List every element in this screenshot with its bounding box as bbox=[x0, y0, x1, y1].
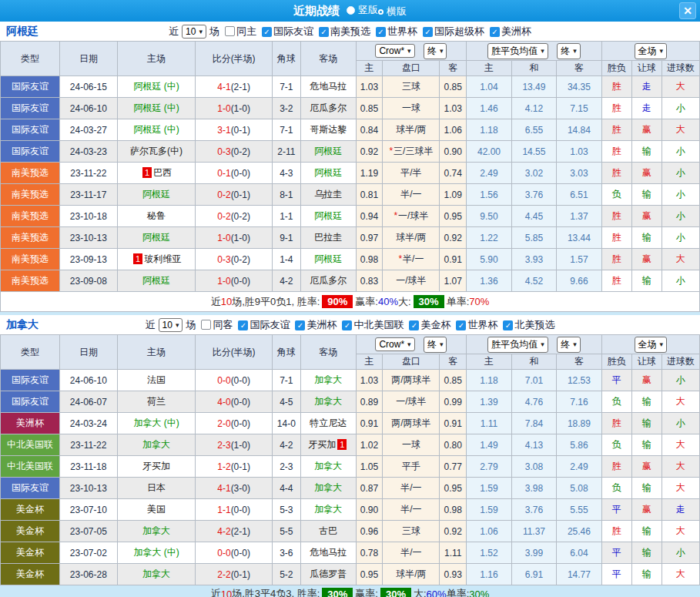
fulltime-select[interactable]: 全场▾ bbox=[635, 337, 668, 353]
summary-text: 60% bbox=[427, 589, 447, 597]
table-row: 美金杯23-06-28加拿大2-2(0-1)5-2瓜德罗普0.95球半/两0.9… bbox=[1, 564, 700, 585]
odds-cell: 0.93 bbox=[440, 564, 467, 585]
layout-radio-selected[interactable]: 竖版 bbox=[347, 3, 378, 17]
handicap-cell: 三球 bbox=[383, 76, 440, 98]
same-venue-checkbox[interactable] bbox=[201, 320, 211, 330]
avg-type-select[interactable]: 胜平负均值▾ bbox=[487, 43, 548, 59]
avg-time-select[interactable]: 终▾ bbox=[557, 337, 581, 353]
score-cell: 0-2(0-2) bbox=[196, 206, 273, 227]
competition-checkbox[interactable]: ✓ bbox=[409, 320, 419, 330]
summary-text: 场,胜3平4负3, 胜率: bbox=[232, 587, 320, 597]
competition-checkbox[interactable]: ✓ bbox=[319, 27, 329, 37]
corner-cell: 3-2 bbox=[272, 98, 300, 119]
date-cell: 23-10-13 bbox=[59, 227, 117, 249]
result-cell: 走 bbox=[661, 499, 699, 521]
result-cell: 大 bbox=[661, 76, 699, 98]
competition-checkbox[interactable]: ✓ bbox=[262, 27, 272, 37]
avg-odds-cell: 1.37 bbox=[557, 206, 602, 227]
competition-type-cell: 国际友谊 bbox=[1, 391, 60, 413]
handicap-cell: 平/半 bbox=[383, 163, 440, 184]
percentage-badge: 30% bbox=[380, 588, 411, 597]
col-date: 日期 bbox=[59, 335, 117, 370]
chevron-down-icon: ▾ bbox=[573, 47, 577, 55]
competition-checkbox[interactable]: ✓ bbox=[342, 320, 352, 330]
avg-type-select[interactable]: 胜平负均值▾ bbox=[487, 337, 548, 353]
col-home: 主场 bbox=[117, 335, 196, 370]
chevron-down-icon: ▾ bbox=[407, 47, 411, 55]
avg-odds-cell: 4.12 bbox=[511, 98, 556, 119]
result-cell: 小 bbox=[661, 542, 699, 564]
odds-source-select[interactable]: Crow*▾ bbox=[375, 44, 414, 58]
avg-odds-cell: 2.49 bbox=[557, 456, 602, 478]
result-cell: 胜 bbox=[601, 119, 631, 141]
handicap-cell: 球半/两 bbox=[383, 564, 440, 585]
team-label: 日本 bbox=[147, 482, 166, 493]
odds-cell: 0.91 bbox=[356, 413, 383, 434]
odds-cell: 0.95 bbox=[440, 478, 467, 499]
handicap-cell: *一/球半 bbox=[383, 206, 440, 227]
avg-odds-cell: 2.49 bbox=[467, 163, 511, 184]
team-label: 加拿大 (中) bbox=[133, 418, 179, 428]
team-label: 加拿大 bbox=[314, 374, 342, 385]
competition-checkbox[interactable]: ✓ bbox=[295, 320, 305, 330]
date-cell: 24-06-10 bbox=[59, 370, 117, 391]
match-count-select[interactable]: 10▾ bbox=[182, 25, 206, 39]
corner-cell: 4-2 bbox=[272, 270, 300, 292]
competition-checkbox[interactable]: ✓ bbox=[503, 320, 513, 330]
radio-icon[interactable] bbox=[347, 6, 355, 15]
competition-checkbox[interactable]: ✓ bbox=[423, 27, 433, 37]
summary-text: 单率: bbox=[447, 295, 470, 309]
competition-label: 中北美国联 bbox=[353, 319, 404, 330]
competition-type-cell: 南美预选 bbox=[1, 206, 60, 227]
competition-checkbox[interactable]: ✓ bbox=[490, 27, 500, 37]
competition-type-cell: 南美预选 bbox=[1, 227, 60, 249]
avg-odds-cell: 18.89 bbox=[557, 413, 602, 434]
odds-cell: 0.83 bbox=[356, 270, 383, 292]
avg-odds-cell: 3.03 bbox=[557, 163, 602, 184]
score-cell: 0-0(0-0) bbox=[196, 542, 273, 564]
summary-text: 30% bbox=[469, 589, 489, 597]
corner-cell: 5-2 bbox=[272, 564, 300, 585]
radio-icon[interactable] bbox=[378, 9, 383, 15]
table-row: 美金杯23-07-05加拿大4-2(2-1)5-5古巴0.96三球0.921.0… bbox=[1, 521, 700, 542]
odds-cell: 0.91 bbox=[440, 249, 467, 270]
layout-radio-option[interactable]: 横版 bbox=[378, 5, 407, 18]
fulltime-select[interactable]: 全场▾ bbox=[635, 43, 668, 59]
avg-odds-cell: 3.93 bbox=[511, 249, 556, 270]
team-cell: 加拿大 bbox=[300, 391, 356, 413]
layout-radio-group: 竖版横版 bbox=[347, 3, 407, 18]
close-button[interactable]: ✕ bbox=[679, 2, 696, 19]
competition-checkbox[interactable]: ✓ bbox=[456, 320, 466, 330]
team-cell: 阿根廷 (中) bbox=[117, 76, 196, 98]
team-label: 加拿大 bbox=[314, 482, 342, 493]
team-cell: 哥斯达黎 bbox=[300, 119, 356, 141]
filter-games-label: 场 bbox=[209, 25, 219, 39]
team-label: 危地马拉 bbox=[310, 81, 347, 92]
odds-cell: 1.19 bbox=[356, 163, 383, 184]
odds-time-select[interactable]: 终▾ bbox=[424, 337, 447, 353]
avg-odds-cell: 1.18 bbox=[467, 119, 511, 141]
odds-cell: 0.80 bbox=[440, 434, 467, 456]
chevron-down-icon: ▾ bbox=[440, 340, 444, 348]
corner-cell: 7-1 bbox=[272, 119, 300, 141]
handicap-cell: 三球 bbox=[383, 521, 440, 542]
team-cell: 1玻利维亚 bbox=[117, 249, 196, 270]
result-cell: 胜 bbox=[601, 206, 631, 227]
odds-time-select[interactable]: 终▾ bbox=[424, 43, 447, 59]
competition-checkbox[interactable]: ✓ bbox=[238, 320, 248, 330]
score-cell: 0-3(0-2) bbox=[196, 249, 273, 270]
chevron-down-icon: ▾ bbox=[199, 28, 203, 35]
odds-source-select[interactable]: Crow*▾ bbox=[375, 337, 414, 351]
team-label: 牙买加 bbox=[142, 461, 170, 471]
score-cell: 0-3(0-2) bbox=[196, 141, 273, 163]
team-label: 秘鲁 bbox=[147, 210, 166, 221]
match-count-select[interactable]: 10▾ bbox=[159, 318, 183, 332]
team-cell: 阿根廷 bbox=[300, 206, 356, 227]
avg-odds-cell: 3.08 bbox=[511, 456, 556, 478]
competition-type-cell: 美金杯 bbox=[1, 542, 60, 564]
team-cell: 阿根廷 bbox=[300, 141, 356, 163]
team-cell: 危地马拉 bbox=[300, 542, 356, 564]
same-venue-checkbox[interactable] bbox=[225, 26, 235, 36]
avg-time-select[interactable]: 终▾ bbox=[557, 43, 581, 59]
competition-checkbox[interactable]: ✓ bbox=[376, 27, 386, 37]
